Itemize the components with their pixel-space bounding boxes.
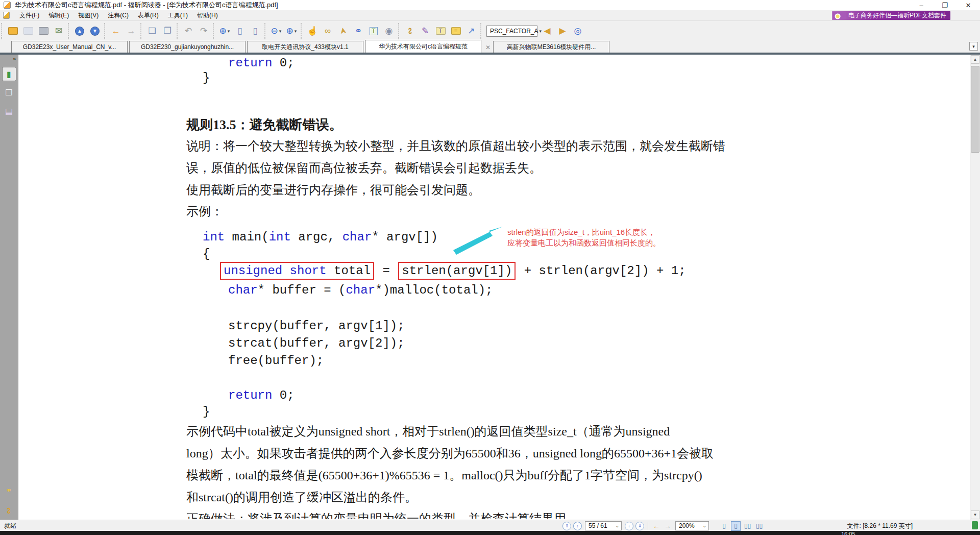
annotation-arrow-icon[interactable] bbox=[453, 225, 504, 257]
menu-view[interactable]: 视图(V) bbox=[74, 11, 103, 20]
previous-page-button[interactable]: ↑ bbox=[573, 522, 582, 530]
note-button[interactable]: ≡ bbox=[449, 24, 463, 38]
find-input[interactable]: PSC_FACTOR_A▾ bbox=[486, 26, 537, 37]
fit-page-button[interactable]: ▯ bbox=[248, 24, 262, 38]
menu-file[interactable]: 文件(F) bbox=[15, 11, 44, 20]
marquee-zoom-button[interactable]: ⊕▾ bbox=[217, 24, 232, 38]
menu-tools[interactable]: 工具(T) bbox=[163, 11, 192, 20]
protection-status-icon bbox=[972, 521, 978, 529]
pages-panel-button[interactable]: ❐ bbox=[2, 85, 16, 100]
page-up-button[interactable]: ▲ bbox=[72, 24, 87, 38]
tab-label: 高新兴物联ME3616模块硬件用... bbox=[507, 43, 596, 52]
vertical-scrollbar[interactable]: ▲ ▼ bbox=[970, 55, 979, 520]
snapshot-panel-button[interactable]: ▤ bbox=[2, 104, 16, 118]
hand-tool-button[interactable]: ☝ bbox=[305, 24, 320, 38]
panel-expand-button[interactable]: » bbox=[13, 56, 16, 62]
document-tab-3[interactable]: 取电开关通讯协议_433模块v1.1 bbox=[247, 41, 363, 53]
clipboard-copy-button[interactable]: ❏ bbox=[145, 24, 159, 38]
search-tool-button[interactable]: ⚭ bbox=[351, 24, 365, 38]
save-button[interactable] bbox=[21, 24, 35, 38]
body-text-line: 说明：将一个较大整型转换为较小整型，并且该数的原值超出较小类型的表示范围，就会发… bbox=[186, 138, 725, 154]
pencil-tool-button[interactable]: ✎ bbox=[418, 24, 432, 38]
dropdown-caret-icon[interactable]: ▾ bbox=[295, 29, 297, 34]
truncation-highlight-box: unsigned short total bbox=[220, 262, 374, 280]
code-line: { bbox=[203, 247, 210, 261]
single-page-layout-button[interactable]: ▯ bbox=[719, 521, 729, 531]
document-tab-5[interactable]: 高新兴物联ME3616模块硬件用... bbox=[493, 41, 609, 53]
fit-width-button[interactable]: ▯ bbox=[233, 24, 247, 38]
tab-close-button[interactable]: ✕ bbox=[484, 43, 492, 52]
previous-view-button[interactable]: ← bbox=[109, 24, 123, 38]
email-button[interactable]: ✉ bbox=[52, 24, 66, 38]
next-view-button[interactable]: → bbox=[124, 24, 138, 38]
open-button[interactable] bbox=[6, 24, 20, 38]
select-text-icon: T bbox=[370, 27, 378, 35]
code-text: return 0; bbox=[228, 388, 295, 402]
code-segment: argc, bbox=[291, 230, 342, 244]
find-next-button[interactable]: ▶ bbox=[555, 24, 570, 38]
scroll-up-button[interactable]: ▲ bbox=[971, 55, 979, 64]
bookmarks-panel-button[interactable]: ▮ bbox=[2, 67, 16, 81]
pdf-page-view[interactable]: return 0; } 规则13.5：避免截断错误。 说明：将一个较大整型转换为… bbox=[18, 55, 970, 520]
scrollbar-thumb[interactable] bbox=[971, 66, 979, 153]
select-text-button[interactable]: T bbox=[366, 24, 381, 38]
continuous-facing-layout-button[interactable]: ▯▯ bbox=[754, 521, 764, 531]
snapshot-button[interactable]: ◉ bbox=[382, 24, 396, 38]
page-down-button[interactable]: ▼ bbox=[88, 24, 102, 38]
page-number-combo[interactable]: 55 / 61 ⌄ bbox=[585, 521, 622, 530]
share-button[interactable]: ↗ bbox=[464, 24, 478, 38]
previous-view-button[interactable]: ← bbox=[653, 522, 660, 530]
menu-help[interactable]: 帮助(H) bbox=[192, 11, 223, 20]
select-annotation-button[interactable]: ➤ bbox=[336, 24, 350, 38]
promo-banner[interactable]: 电子商务好伴侣—福昕PDF文档套件 bbox=[832, 11, 950, 20]
clipped-text-line: 正确做法：将涉及到计算的变量申明为统一的类型，并检查计算结果用 bbox=[186, 510, 566, 519]
chevron-down-icon[interactable]: ⌄ bbox=[700, 523, 708, 528]
print-button[interactable] bbox=[36, 24, 51, 38]
dropdown-caret-icon[interactable]: ▾ bbox=[279, 29, 282, 34]
next-page-button[interactable]: ↓ bbox=[625, 522, 633, 530]
zoom-out-button[interactable]: ⊖▾ bbox=[269, 24, 283, 38]
read-mode-button[interactable]: ∞ bbox=[321, 24, 335, 38]
last-page-button[interactable]: ⇓ bbox=[635, 522, 644, 530]
code-segment: return bbox=[228, 56, 272, 70]
typewriter-button[interactable]: T bbox=[433, 24, 448, 38]
annotation-text-line1[interactable]: strlen的返回值为size_t，比uint_16长度长， bbox=[507, 228, 655, 237]
menu-comment[interactable]: 注释(C) bbox=[103, 11, 133, 20]
rule-heading: 规则13.5：避免截断错误。 bbox=[186, 116, 342, 134]
envelope-icon: ✉ bbox=[55, 27, 62, 35]
find-previous-icon: ◀ bbox=[544, 27, 550, 35]
tab-list-dropdown-button[interactable]: ▾ bbox=[969, 42, 978, 51]
continuous-layout-button[interactable]: ▯ bbox=[731, 521, 741, 531]
menu-form[interactable]: 表单(R) bbox=[133, 11, 163, 20]
document-tab-2[interactable]: GD32E230_gujiankuyonghuzhin... bbox=[129, 41, 246, 53]
paste-page-icon: ❐ bbox=[163, 27, 171, 35]
attachments-panel-button[interactable]: ∾ bbox=[2, 503, 16, 518]
body-text-line: long）太小。如果攻击者提供的两个入参长度分别为65500和36，unsign… bbox=[186, 445, 714, 461]
title-bar[interactable]: 华为技术有限公司c语言编程规范.pdf - 福昕阅读器 - [华为技术有限公司c… bbox=[0, 0, 980, 10]
menu-edit[interactable]: 编辑(E) bbox=[44, 11, 74, 20]
document-tab-1[interactable]: GD32E23x_User_Manual_CN_v... bbox=[11, 41, 128, 53]
document-tab-4-active[interactable]: 华为技术有限公司c语言编程规范 bbox=[365, 40, 481, 53]
search-button[interactable]: ◎ bbox=[571, 24, 585, 38]
undo-button[interactable]: ↶ bbox=[181, 24, 195, 38]
pdf-doc-icon bbox=[3, 12, 10, 19]
redo-button[interactable]: ↷ bbox=[197, 24, 211, 38]
dropdown-caret-icon[interactable]: ▾ bbox=[228, 29, 230, 34]
zoom-in-button[interactable]: ⊕▾ bbox=[284, 24, 299, 38]
page-number-value: 55 / 61 bbox=[589, 522, 612, 529]
paste-page-button[interactable]: ❐ bbox=[160, 24, 175, 38]
chevron-down-icon[interactable]: ⌄ bbox=[613, 523, 621, 528]
minimize-button[interactable]: – bbox=[910, 0, 933, 10]
zoom-level-combo[interactable]: 200% ⌄ bbox=[675, 521, 709, 530]
circle-down-icon: ▼ bbox=[90, 27, 100, 36]
facing-layout-button[interactable]: ▯▯ bbox=[743, 521, 752, 531]
attach-file-button[interactable]: ∾ bbox=[403, 24, 417, 38]
scroll-down-button[interactable]: ▼ bbox=[971, 510, 979, 519]
find-previous-button[interactable]: ◀ bbox=[540, 24, 554, 38]
annotation-text-line2[interactable]: 应将变量电工以为和函数返回值相同长度的。 bbox=[507, 238, 660, 248]
comments-panel-button[interactable]: ❞ bbox=[2, 485, 16, 499]
next-view-button[interactable]: → bbox=[664, 522, 671, 530]
close-button[interactable]: ✕ bbox=[957, 0, 980, 10]
first-page-button[interactable]: ⇑ bbox=[562, 522, 571, 530]
restore-button[interactable]: ❐ bbox=[933, 0, 957, 10]
